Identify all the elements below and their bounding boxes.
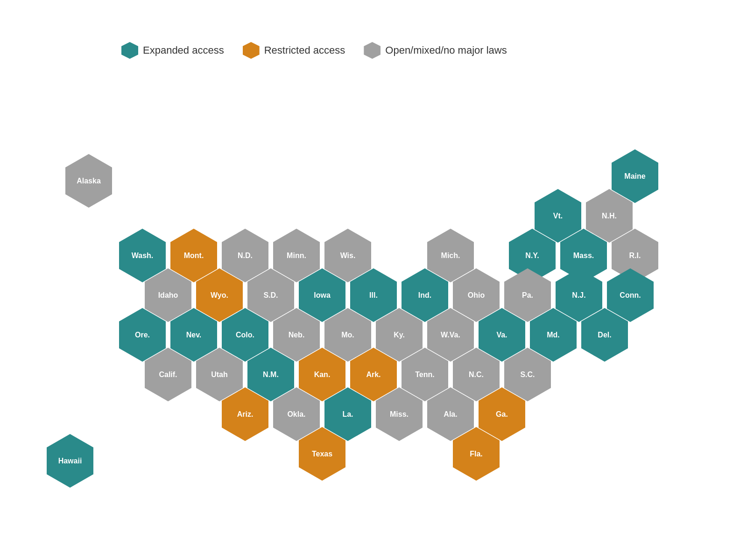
state-label: Fla. <box>470 449 483 458</box>
state-label: Hawaii <box>58 456 82 465</box>
state-label: Mo. <box>341 330 354 339</box>
state-label: Ind. <box>418 291 431 300</box>
state-label: Minn. <box>287 251 306 260</box>
state-label: Utah <box>211 370 228 379</box>
state-label: Ore. <box>135 330 150 339</box>
state-label: S.D. <box>263 291 278 300</box>
state-label: Va. <box>496 330 507 339</box>
state-label: S.C. <box>520 370 535 379</box>
state-label: Calif. <box>159 370 177 379</box>
state-label: Idaho <box>158 291 178 300</box>
state-label: Maine <box>624 172 645 181</box>
legend-label-restricted: Restricted access <box>264 44 345 56</box>
state-label: Tenn. <box>415 370 434 379</box>
state-label: Pa. <box>522 291 533 300</box>
state-label: Mass. <box>573 251 594 260</box>
state-label: N.Y. <box>525 251 539 260</box>
state-label: Miss. <box>390 410 409 419</box>
legend-swatch-expanded <box>121 42 138 59</box>
state-label: La. <box>342 410 353 419</box>
state-label: Wis. <box>340 251 356 260</box>
legend-swatch-restricted <box>243 42 260 59</box>
state-label: N.M. <box>263 370 279 379</box>
legend-label-open: Open/mixed/no major laws <box>385 44 507 56</box>
state-label: Nev. <box>186 330 202 339</box>
legend-item-expanded: Expanded access <box>121 42 224 59</box>
state-label: Ga. <box>496 410 508 419</box>
state-label: Texas <box>312 449 332 458</box>
state-label: Ohio <box>468 291 485 300</box>
state-label: Neb. <box>289 330 305 339</box>
state-label: Iowa <box>314 291 331 300</box>
state-label: Ky. <box>394 330 405 339</box>
state-label: Mich. <box>441 251 460 260</box>
state-label: Alaska <box>77 176 101 185</box>
state-label: Md. <box>547 330 560 339</box>
state-label: Wyo. <box>211 291 228 300</box>
state-label: Conn. <box>620 291 641 300</box>
state-label: Ark. <box>366 370 381 379</box>
state-label: Kan. <box>314 370 331 379</box>
state-label: Del. <box>598 330 611 339</box>
state-label: Ala. <box>444 410 457 419</box>
state-label: N.H. <box>602 211 617 220</box>
state-label: Wash. <box>132 251 154 260</box>
state-label: Ariz. <box>237 410 254 419</box>
state-label: N.D. <box>238 251 253 260</box>
state-label: Okla. <box>287 410 305 419</box>
state-label: Colo. <box>236 330 254 339</box>
state-label: R.I. <box>629 251 641 260</box>
state-label: W.Va. <box>441 330 460 339</box>
state-label: Mont. <box>184 251 204 260</box>
state-label: N.J. <box>572 291 585 300</box>
state-hawaii[interactable]: Hawaii <box>47 434 93 488</box>
state-label: N.C. <box>469 370 484 379</box>
state-alaska[interactable]: Alaska <box>65 154 112 208</box>
legend-swatch-open <box>364 42 381 59</box>
legend-item-open: Open/mixed/no major laws <box>364 42 507 59</box>
legend: Expanded accessRestricted accessOpen/mix… <box>121 42 507 59</box>
legend-label-expanded: Expanded access <box>143 44 224 56</box>
state-label: Vt. <box>553 211 563 220</box>
legend-item-restricted: Restricted access <box>243 42 345 59</box>
state-label: Ill. <box>369 291 378 300</box>
